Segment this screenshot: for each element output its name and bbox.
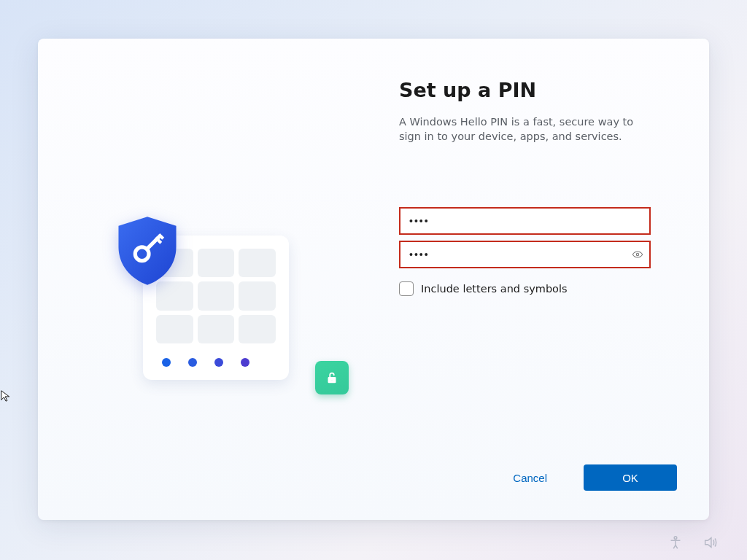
keypad-cell — [198, 281, 235, 310]
keypad-cell — [198, 249, 235, 277]
volume-icon[interactable] — [700, 532, 721, 553]
keypad-cell — [239, 281, 276, 310]
dialog-buttons: Cancel OK — [38, 464, 709, 520]
pin-dot — [188, 358, 197, 367]
dialog-description: A Windows Hello PIN is a fast, secure wa… — [399, 114, 647, 144]
new-pin-wrap — [399, 207, 651, 235]
mouse-cursor-icon — [0, 389, 13, 402]
include-letters-row: Include letters and symbols — [399, 281, 680, 296]
keypad-cell — [239, 315, 276, 343]
illustration-column — [38, 39, 359, 464]
keypad-cell — [156, 315, 193, 343]
reveal-pin-icon[interactable] — [627, 244, 648, 265]
pin-illustration — [102, 206, 336, 396]
pin-dot — [241, 358, 249, 367]
confirm-pin-wrap — [399, 241, 651, 268]
confirm-pin-input[interactable] — [399, 241, 651, 268]
keypad-cell — [239, 249, 276, 277]
unlock-icon — [315, 361, 349, 394]
pin-dot — [162, 358, 171, 367]
include-letters-label[interactable]: Include letters and symbols — [421, 283, 568, 295]
svg-point-5 — [331, 379, 333, 381]
pin-dot — [214, 358, 223, 367]
accessibility-icon[interactable] — [665, 532, 686, 553]
include-letters-checkbox[interactable] — [399, 281, 414, 296]
form-column: Set up a PIN A Windows Hello PIN is a fa… — [359, 39, 709, 464]
ok-button[interactable]: OK — [584, 464, 677, 491]
pin-form: Include letters and symbols — [399, 207, 680, 296]
svg-point-7 — [674, 537, 677, 540]
keypad-cell — [198, 315, 235, 343]
dialog-title: Set up a PIN — [399, 79, 680, 101]
new-pin-input[interactable] — [399, 207, 651, 235]
dialog-body: Set up a PIN A Windows Hello PIN is a fa… — [38, 39, 709, 464]
system-tray — [665, 532, 721, 553]
cancel-button[interactable]: Cancel — [510, 466, 550, 490]
shield-key-icon — [109, 212, 185, 288]
pin-dots — [162, 358, 249, 367]
svg-point-6 — [636, 253, 638, 255]
pin-setup-dialog: Set up a PIN A Windows Hello PIN is a fa… — [38, 39, 709, 520]
